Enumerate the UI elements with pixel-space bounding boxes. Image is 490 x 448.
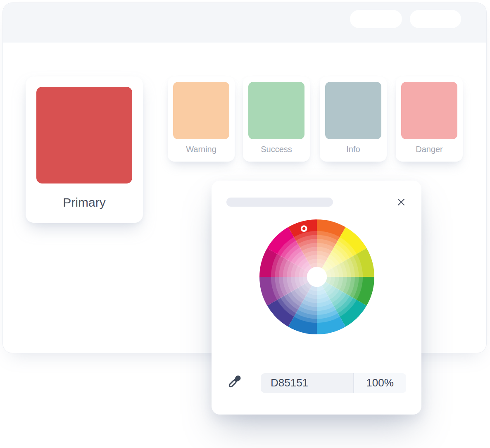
swatch-card-info: Info xyxy=(320,76,387,162)
close-button[interactable] xyxy=(395,196,407,208)
primary-color-label: Primary xyxy=(26,194,143,211)
hex-value-input[interactable]: D85151 xyxy=(261,373,354,393)
info-color-swatch[interactable] xyxy=(325,82,381,139)
warning-color-swatch[interactable] xyxy=(173,82,229,139)
primary-color-swatch[interactable] xyxy=(36,87,132,183)
color-wheel[interactable] xyxy=(259,219,375,335)
header-pill-button-2[interactable] xyxy=(410,10,461,28)
picker-title-placeholder xyxy=(226,198,333,207)
close-icon xyxy=(396,197,406,207)
info-color-label: Info xyxy=(320,145,387,154)
danger-color-swatch[interactable] xyxy=(401,82,457,139)
eyedropper-button[interactable] xyxy=(224,372,245,392)
success-color-label: Success xyxy=(243,145,310,154)
color-value-group: D85151 100% xyxy=(261,373,407,393)
danger-color-label: Danger xyxy=(396,145,463,154)
eyedropper-icon xyxy=(226,373,243,391)
success-color-swatch[interactable] xyxy=(248,82,304,139)
color-picker-modal: D85151 100% xyxy=(212,181,421,415)
header-pill-button-1[interactable] xyxy=(350,10,402,28)
opacity-value-input[interactable]: 100% xyxy=(354,373,406,393)
warning-color-label: Warning xyxy=(168,145,235,154)
primary-color-card: Primary xyxy=(26,76,143,223)
swatch-card-success: Success xyxy=(243,76,310,162)
swatch-card-danger: Danger xyxy=(396,76,463,162)
swatch-card-warning: Warning xyxy=(168,76,235,162)
